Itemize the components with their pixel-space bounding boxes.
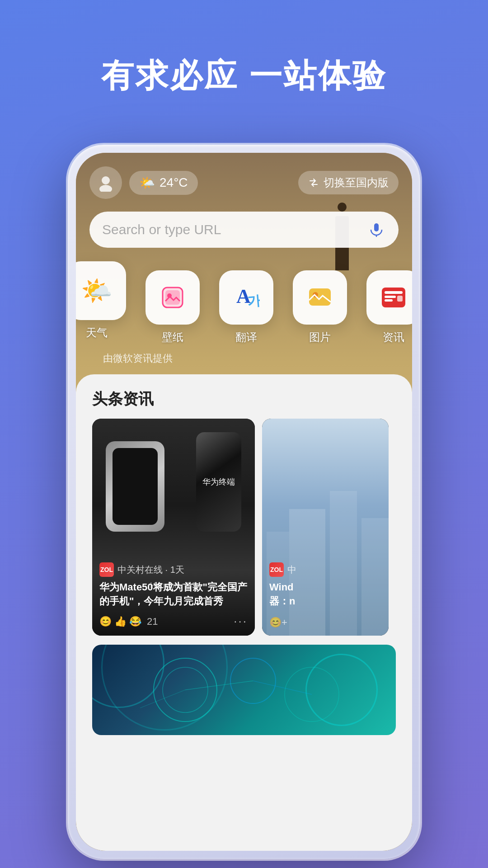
svg-text:가: 가 xyxy=(247,292,260,309)
news-section-title: 头条资讯 xyxy=(76,374,412,419)
bottom-card-bg xyxy=(92,645,396,735)
phone-mockup: 🌤️ 24°C 切换至国内版 Search or type URL xyxy=(68,145,420,859)
translate-label: 翻译 xyxy=(235,330,257,344)
switch-label: 切换至国内版 xyxy=(324,175,389,190)
quick-item-news[interactable]: 资讯 xyxy=(366,270,412,344)
images-quick-icon xyxy=(293,270,347,325)
svg-rect-16 xyxy=(397,296,403,302)
svg-rect-6 xyxy=(165,290,180,305)
phone-sim-left xyxy=(106,441,164,532)
phone-screen: 🌤️ 24°C 切换至国内版 Search or type URL xyxy=(76,153,412,851)
card-headline: 华为Mate50将成为首款"完全国产的手机"，今年九月完成首秀 xyxy=(99,580,248,609)
phone-frame: 🌤️ 24°C 切换至国内版 Search or type URL xyxy=(68,145,420,859)
switch-region-button[interactable]: 切换至国内版 xyxy=(298,171,399,194)
svg-point-0 xyxy=(102,176,110,184)
news-card-main[interactable]: Harmony OS ZOL 中关村在线 · 1天 华为Mate50将成为首款"… xyxy=(92,419,255,636)
more-options-button[interactable]: ··· xyxy=(234,614,248,628)
svg-point-1 xyxy=(99,185,112,192)
weather-pill[interactable]: 🌤️ 24°C xyxy=(129,171,198,195)
secondary-actions[interactable]: 😊+ xyxy=(269,617,381,628)
news-section: 头条资讯 Harmony OS ZOL xyxy=(76,374,412,851)
secondary-headline: Wind器：n xyxy=(269,580,381,609)
search-bar[interactable]: Search or type URL xyxy=(89,212,399,248)
svg-line-25 xyxy=(185,681,253,690)
secondary-source: ZOL 中 xyxy=(269,562,296,577)
weather-icon: 🌤️ xyxy=(139,175,155,190)
user-icon xyxy=(97,174,115,192)
quick-item-translate[interactable]: A 가 翻译 xyxy=(219,270,273,344)
svg-rect-18 xyxy=(330,491,357,636)
weather-label: 天气 xyxy=(86,326,108,340)
phone-sim-right xyxy=(196,432,241,532)
bottom-news-card[interactable] xyxy=(92,645,396,735)
tech-illustration xyxy=(92,645,396,735)
top-bar: 🌤️ 24°C 切换至国内版 xyxy=(89,166,399,199)
secondary-source-text: 中 xyxy=(287,564,296,576)
news-cards-row: Harmony OS ZOL 中关村在线 · 1天 华为Mate50将成为首款"… xyxy=(76,419,412,636)
avatar-button[interactable] xyxy=(89,166,122,199)
secondary-source-logo: ZOL xyxy=(269,562,284,577)
svg-rect-14 xyxy=(385,296,396,298)
card-actions: 😊👍😂 21 ··· xyxy=(99,614,248,628)
news-label: 资讯 xyxy=(383,330,404,344)
quick-access-row: 🌤️ 天气 壁纸 xyxy=(76,261,412,344)
wallpaper-label: 壁纸 xyxy=(162,330,183,344)
svg-rect-15 xyxy=(385,299,393,302)
reaction-count: 21 xyxy=(147,616,158,627)
hero-title: 有求必应 一站体验 xyxy=(0,0,488,98)
quick-item-weather[interactable]: 🌤️ 天气 xyxy=(76,261,126,340)
svg-rect-2 xyxy=(374,223,379,231)
provider-text: 由微软资讯提供 xyxy=(103,352,173,365)
quick-item-wallpaper[interactable]: 壁纸 xyxy=(145,270,200,344)
temperature-text: 24°C xyxy=(160,175,188,190)
card-source: ZOL 中关村在线 · 1天 xyxy=(99,562,184,577)
wallpaper-quick-icon xyxy=(145,270,200,325)
images-label: 图片 xyxy=(309,330,331,344)
news-card-secondary[interactable]: ZOL 中 Wind器：n 😊+ xyxy=(262,419,389,636)
source-text: 中关村在线 · 1天 xyxy=(117,564,184,576)
search-placeholder: Search or type URL xyxy=(102,222,360,237)
svg-rect-13 xyxy=(385,291,403,294)
svg-line-26 xyxy=(253,681,312,694)
switch-icon xyxy=(308,177,319,188)
source-logo: ZOL xyxy=(99,562,114,577)
emoji-reactions[interactable]: 😊👍😂 xyxy=(99,616,141,627)
weather-quick-icon: 🌤️ xyxy=(76,261,126,320)
quick-item-images[interactable]: 图片 xyxy=(293,270,347,344)
translate-quick-icon: A 가 xyxy=(219,270,273,325)
news-quick-icon xyxy=(366,270,412,325)
microphone-icon[interactable] xyxy=(367,220,386,239)
